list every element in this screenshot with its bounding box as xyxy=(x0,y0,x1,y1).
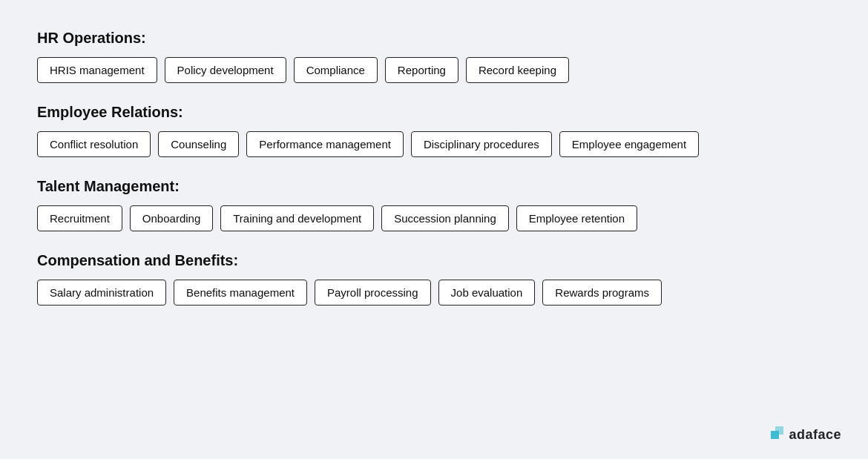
tag-item[interactable]: Employee retention xyxy=(516,205,637,231)
section-hr-operations: HR Operations:HRIS managementPolicy deve… xyxy=(37,30,831,83)
tag-item[interactable]: Performance management xyxy=(246,131,404,157)
tag-item[interactable]: Salary administration xyxy=(37,280,166,306)
tag-item[interactable]: Record keeping xyxy=(466,57,569,83)
section-title-employee-relations: Employee Relations: xyxy=(37,104,831,121)
tag-item[interactable]: Succession planning xyxy=(381,205,509,231)
main-container: HR Operations:HRIS managementPolicy deve… xyxy=(0,0,868,356)
svg-rect-1 xyxy=(775,426,783,435)
section-title-hr-operations: HR Operations: xyxy=(37,30,831,47)
tags-talent-management: RecruitmentOnboardingTraining and develo… xyxy=(37,205,831,231)
tag-item[interactable]: Recruitment xyxy=(37,205,122,231)
section-title-talent-management: Talent Management: xyxy=(37,178,831,195)
tag-item[interactable]: Benefits management xyxy=(174,280,307,306)
adaface-logo: adaface xyxy=(771,426,841,443)
tag-item[interactable]: Rewards programs xyxy=(542,280,662,306)
tag-item[interactable]: Employee engagement xyxy=(559,131,699,157)
tag-item[interactable]: Job evaluation xyxy=(438,280,536,306)
tags-hr-operations: HRIS managementPolicy developmentComplia… xyxy=(37,57,831,83)
tag-item[interactable]: Training and development xyxy=(220,205,374,231)
tag-item[interactable]: Counseling xyxy=(158,131,239,157)
section-compensation-benefits: Compensation and Benefits:Salary adminis… xyxy=(37,252,831,306)
tags-employee-relations: Conflict resolutionCounselingPerformance… xyxy=(37,131,831,157)
tag-item[interactable]: Policy development xyxy=(165,57,286,83)
tag-item[interactable]: Compliance xyxy=(294,57,378,83)
tags-compensation-benefits: Salary administrationBenefits management… xyxy=(37,280,831,306)
tag-item[interactable]: Onboarding xyxy=(130,205,213,231)
tag-item[interactable]: Conflict resolution xyxy=(37,131,151,157)
section-talent-management: Talent Management:RecruitmentOnboardingT… xyxy=(37,178,831,231)
tag-item[interactable]: Disciplinary procedures xyxy=(411,131,552,157)
tag-item[interactable]: Reporting xyxy=(385,57,458,83)
section-employee-relations: Employee Relations:Conflict resolutionCo… xyxy=(37,104,831,157)
section-title-compensation-benefits: Compensation and Benefits: xyxy=(37,252,831,269)
adaface-text: adaface xyxy=(789,427,841,443)
adaface-icon xyxy=(771,426,784,443)
tag-item[interactable]: Payroll processing xyxy=(315,280,431,306)
tag-item[interactable]: HRIS management xyxy=(37,57,157,83)
